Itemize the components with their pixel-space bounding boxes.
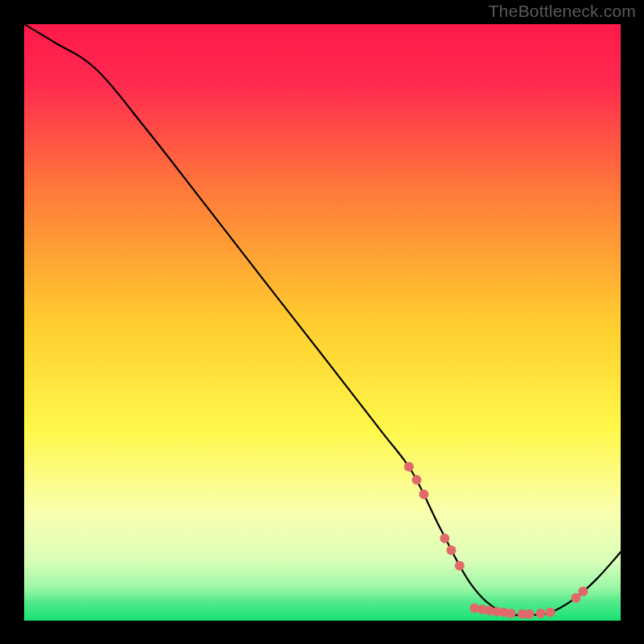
curve-marker: [571, 593, 580, 603]
curve-marker: [440, 534, 449, 543]
watermark-text: TheBottleneck.com: [489, 2, 636, 21]
gradient-background: [24, 24, 621, 621]
plot-area: [24, 24, 621, 621]
curve-marker: [506, 609, 516, 618]
curve-marker: [447, 546, 456, 555]
curve-marker: [546, 608, 555, 617]
curve-marker: [578, 587, 588, 597]
chart-frame: TheBottleneck.com: [0, 0, 644, 644]
curve-marker: [536, 609, 546, 618]
curve-marker: [404, 462, 414, 472]
curve-marker: [412, 475, 422, 485]
curve-marker: [419, 489, 428, 499]
chart-svg: [24, 24, 621, 621]
curve-marker: [455, 561, 464, 571]
curve-marker: [525, 609, 535, 619]
